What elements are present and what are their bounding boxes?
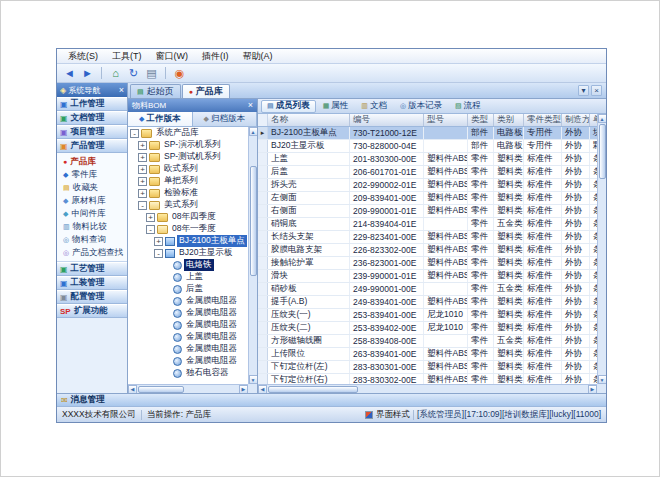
tree-node[interactable]: 金属膜电阻器 [128,331,248,343]
tree-horizontal-scrollbar[interactable]: ◀ ▶ [128,384,248,393]
menu-window[interactable]: 窗口(W) [150,49,195,64]
tree-node[interactable]: +检验标准 [128,187,248,199]
group-work-management[interactable]: ▣工作管理 [57,97,127,111]
tree-node[interactable]: -BJ20主显示板 [128,247,248,259]
table-row[interactable]: 胶膜电路支架226-823302-00E塑料件ABS零件塑料类标准件外协条 [258,244,597,257]
forward-icon[interactable]: ► [80,66,95,81]
table-row[interactable]: 下钉定位杆(左)283-830301-00E塑料件ABS零件塑料类标准件外协条 [258,361,597,374]
tab-dropdown-icon[interactable]: ▾ [578,85,589,96]
scrollbar-thumb[interactable] [599,124,606,179]
table-row[interactable]: 提手(A.B)249-839401-00E塑料件ABS零件塑料类标准件外协条 [258,296,597,309]
interface-style-label[interactable]: 界面样式 [376,409,410,421]
nav-item-favorites[interactable]: ▤收藏夹 [57,181,127,194]
group-document-management[interactable]: ▣文档管理 [57,111,127,125]
tree-node[interactable]: 后盖 [128,283,248,295]
table-row[interactable]: BJ20主显示板730-828000-04E部件电路板专用件外协颗 [258,140,597,153]
scrollbar-thumb[interactable] [138,386,184,393]
tab-archived-version[interactable]: ◆归档版本 [193,112,258,126]
sidebar-close-icon[interactable]: × [119,86,124,95]
grid-vertical-scrollbar[interactable]: ▲ ▼ [597,114,606,384]
column-header[interactable]: 型号 [424,114,468,126]
tree-node[interactable]: 金属膜电阻器 [128,343,248,355]
column-header[interactable]: 名称 [268,114,350,126]
tree-expander-icon[interactable]: - [130,129,139,138]
tree-expander-icon[interactable]: - [146,225,155,234]
menu-plugins[interactable]: 插件(I) [196,49,235,64]
nav-item-product-library[interactable]: ●产品库 [57,155,127,168]
tree-node[interactable]: -美式系列 [128,199,248,211]
exit-icon[interactable]: ◉ [172,66,187,81]
column-header[interactable]: 类型 [468,114,494,126]
tab-workflow[interactable]: ▧流程 [449,100,487,113]
table-row[interactable]: 压纹夹(二)253-839402-00E尼龙1010零件塑料类标准件外协条 [258,322,597,335]
nav-item-raw-materials[interactable]: ◆原材料库 [57,194,127,207]
table-row[interactable]: 长结头支架229-823401-00E塑料件ABS零件塑料类标准件外协条 [258,231,597,244]
scroll-up-icon[interactable]: ▲ [598,114,607,123]
table-row[interactable]: 上盖201-830300-00E塑料件ABS零件塑料类标准件外协条 [258,153,597,166]
tree-node[interactable]: 上盖 [128,271,248,283]
tree-expander-icon[interactable]: + [138,165,147,174]
tab-member-list[interactable]: ▤成员列表 [261,100,316,113]
tab-product-library[interactable]: ●产品库 [182,84,230,98]
scroll-down-icon[interactable]: ▼ [249,375,258,384]
message-panel-header[interactable]: ✉ 消息管理 [57,393,606,406]
tree-node[interactable]: +08年四季度 [128,211,248,223]
nav-item-material-compare[interactable]: ▥物料比较 [57,220,127,233]
tab-version-history[interactable]: ◎版本记录 [394,100,448,113]
tree-node[interactable]: 电烙铁 [128,259,248,271]
menu-help[interactable]: 帮助(A) [237,49,279,64]
tree-node[interactable]: +欧式系列 [128,163,248,175]
tree-node[interactable]: -08年一季度 [128,223,248,235]
nav-item-intermediate-parts[interactable]: ◆中间件库 [57,207,127,220]
list-icon[interactable]: ▤ [144,66,159,81]
grid-horizontal-scrollbar[interactable]: ◀ ▶ [258,384,597,393]
table-row[interactable]: 下钉定位杆(右)283-830302-00E塑料件ABS零件塑料类标准件外协条 [258,374,597,384]
table-row[interactable]: 拆头壳202-990002-01E塑料件ABS零件塑料类标准件外协条 [258,179,597,192]
refresh-icon[interactable]: ↻ [126,66,141,81]
scrollbar-thumb[interactable] [268,386,358,393]
tab-documents[interactable]: ▥文档 [355,100,393,113]
table-row[interactable]: 压纹夹(一)253-839401-00E尼龙1010零件塑料类标准件外协条 [258,309,597,322]
column-header[interactable]: 单位 [590,114,597,126]
tree-node[interactable]: +BJ-2100主板单点 [128,235,248,247]
tab-working-version[interactable]: ◆工作版本 [128,112,193,126]
scroll-right-icon[interactable]: ▶ [588,385,597,394]
tree-expander-icon[interactable]: + [138,141,147,150]
tab-properties[interactable]: ▦属性 [317,100,355,113]
table-row[interactable]: 右侧面209-990001-01E塑料件ABS零件塑料类标准件外协条 [258,205,597,218]
nav-item-material-query[interactable]: ◎物料查询 [57,233,127,246]
tree-node[interactable]: 金属膜电阻器 [128,355,248,367]
tab-start-page[interactable]: ▤起始页 [130,84,181,98]
scroll-down-icon[interactable]: ▼ [598,375,607,384]
scroll-right-icon[interactable]: ▶ [239,385,248,394]
group-project-management[interactable]: ▣项目管理 [57,125,127,139]
group-process-management[interactable]: ▣工艺管理 [57,262,127,276]
nav-item-product-doc-search[interactable]: ◎产品文档查找 [57,246,127,259]
column-header[interactable]: 类别 [494,114,524,126]
scrollbar-thumb[interactable] [250,166,257,276]
table-row[interactable]: 滑块239-990001-01E塑料件ABS零件塑料类标准件外协条 [258,270,597,283]
scroll-left-icon[interactable]: ◀ [258,385,267,394]
tab-close-icon[interactable]: × [591,85,602,96]
scroll-left-icon[interactable]: ◀ [128,385,137,394]
tree-node[interactable]: 金属膜电阻器 [128,307,248,319]
tree-expander-icon[interactable]: + [138,153,147,162]
tree-expander-icon[interactable]: + [138,177,147,186]
table-row[interactable]: 后盖206-601701-01E塑料件ABS零件塑料类标准件外协条 [258,166,597,179]
tree-node[interactable]: -系统产品库 [128,127,248,139]
table-row[interactable]: 上传限位263-839401-00E塑料件ABS零件塑料类标准件外协条 [258,348,597,361]
tree-expander-icon[interactable]: + [146,213,155,222]
table-row[interactable]: ▸BJ-2100主板单点730-T21000-12E部件电路板专用件外协块 [258,127,597,140]
scroll-up-icon[interactable]: ▲ [249,127,258,136]
column-header[interactable]: 编号 [350,114,424,126]
tree-node[interactable]: 独石电容器 [128,367,248,379]
column-header[interactable]: 零件类型 [524,114,562,126]
tree-node[interactable]: +SP-演示机系列 [128,139,248,151]
tree-node[interactable]: 金属膜电阻器 [128,295,248,307]
table-row[interactable]: 接触轮护罩236-823001-00E塑料件ABS零件塑料类标准件外协条 [258,257,597,270]
tree-node[interactable]: 金属膜电阻器 [128,319,248,331]
column-header[interactable]: 制造方式 [562,114,590,126]
group-extensions[interactable]: SP扩展功能 [57,304,127,318]
group-product-management[interactable]: ▣产品管理 [57,139,127,153]
tree-node[interactable]: +SP-测试机系列 [128,151,248,163]
